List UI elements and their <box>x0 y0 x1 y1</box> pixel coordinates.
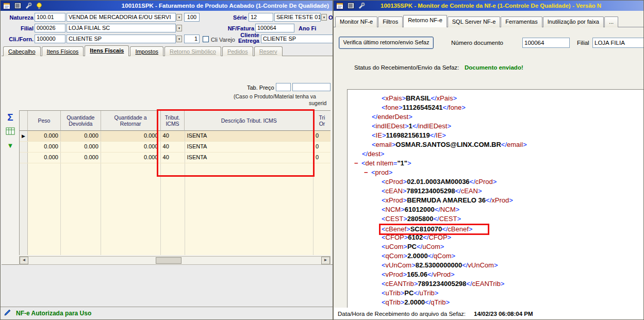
tab-itens-fisicos[interactable]: Itens Físicos <box>42 46 84 56</box>
titlebar-monitor[interactable]: 100135SPK - Monitor de Controle da Nf-e … <box>334 1 643 11</box>
cell-peso[interactable]: 0.000 <box>28 142 61 152</box>
scroll-right-button[interactable]: ► <box>321 257 330 264</box>
arrow-down-icon[interactable]: ▼ <box>7 142 14 149</box>
xml-line: <email>OSMAR.SANTOS@LINX.COM.BR</email> <box>348 140 644 149</box>
grid-row[interactable]: ▶ 0.000 0.000 0.000 40 ISENTA 0 <box>20 131 331 142</box>
cli-forn-code-field[interactable]: 100000 <box>35 35 65 43</box>
filial-lookup-button[interactable]: ▾ <box>176 25 182 31</box>
status-bar: NF-e Autorizada para Uso <box>1 307 333 319</box>
cell-tribut-icms[interactable]: 40 <box>161 142 185 152</box>
receipt-datetime-label: Data/Hora de Recebimento do arquivo da S… <box>338 311 466 317</box>
cell-qtd-devolvida[interactable]: 0.000 <box>61 153 101 163</box>
right-tab-bar: Monitor NF-e Filtros Retorno NF-e SQL Se… <box>335 14 643 27</box>
serie-code-field[interactable]: 12 <box>249 13 273 22</box>
xml-line: <xProd>BERMUDA AMARELO 36</xProd> <box>348 196 644 205</box>
row-indicator <box>20 153 28 163</box>
tab-retorno-nfe[interactable]: Retorno NF-e <box>403 15 447 27</box>
cell-qtd-retornar[interactable]: 0.000 <box>101 142 161 152</box>
cell-tribut-icms[interactable]: 40 <box>161 153 185 163</box>
tab-overflow[interactable]: ... <box>604 16 618 27</box>
tab-sql-server-nfe[interactable]: SQL Server NF-e <box>448 16 501 27</box>
tab-preco-field2[interactable] <box>292 83 331 91</box>
cell-tribut-origem[interactable]: 0 <box>313 131 331 141</box>
barcode-icon <box>346 2 355 10</box>
filial-field[interactable]: LOJA FILIA <box>592 38 644 48</box>
column-header-quantidade-devolvida[interactable]: QuantidadeDevolvida <box>61 111 101 131</box>
grid-row[interactable]: 0.000 0.000 0.000 40 ISENTA 0 <box>20 153 331 163</box>
scroll-left-button[interactable]: ◄ <box>20 257 28 264</box>
collapse-toggle-icon[interactable]: − <box>354 159 361 168</box>
nf-fatura-field[interactable]: 100064 <box>255 24 294 32</box>
cliente-entrega-label: Cliente Entrega <box>230 32 259 43</box>
cell-descricao[interactable]: ISENTA <box>185 153 314 163</box>
cell-qtd-devolvida[interactable]: 0.000 <box>61 131 101 141</box>
tab-preco-field1[interactable] <box>276 83 291 91</box>
ano-fiscal-label: Ano Fi <box>299 25 316 31</box>
receipt-datetime-value: 14/02/23 06:08:04 PM <box>474 311 533 317</box>
nf-fatura-label: NF/Fatura <box>222 25 254 31</box>
cell-tribut-origem[interactable]: 0 <box>313 153 331 163</box>
xml-line: <CFOP>6102</CFOP> <box>348 233 644 242</box>
cell-qtd-retornar[interactable]: 0.000 <box>101 153 161 163</box>
tab-pedidos: Pedidos <box>222 46 253 56</box>
scrollbar-thumb[interactable] <box>156 257 181 264</box>
wrench-icon <box>24 2 32 10</box>
export-grid-icon[interactable] <box>6 127 15 137</box>
xml-line: <cEAN>7891234005298</cEAN> <box>348 187 644 196</box>
cell-qtd-retornar[interactable]: 0.000 <box>101 131 161 141</box>
sum-icon[interactable]: Σ <box>7 112 13 122</box>
tab-ferramentas[interactable]: Ferramentas <box>501 16 542 27</box>
natureza-desc-field[interactable]: VENDA DE MERCADORIA E/OU SERVI <box>67 13 176 22</box>
column-header-tribut-icms[interactable]: Tribut.ICMS <box>161 111 185 131</box>
titlebar-faturamento[interactable]: 100101SPK - Faturamento de Produto Acaba… <box>1 1 333 11</box>
xml-line: <cEANTrib>7891234005298</cEANTrib> <box>348 279 644 289</box>
column-header-descricao-tribut-icms[interactable]: Descrição Tribut. ICMS <box>185 111 313 131</box>
xml-line: </enderDest> <box>348 112 644 122</box>
cell-peso[interactable]: 0.000 <box>28 153 61 163</box>
cell-qtd-devolvida[interactable]: 0.000 <box>61 142 101 152</box>
cli-forn-num-field[interactable]: 1 <box>184 35 200 43</box>
serie-desc-field[interactable]: SERIE TESTE 01.1 <box>274 13 321 22</box>
cli-varejo-checkbox[interactable] <box>203 36 209 42</box>
filial-desc-field[interactable]: LOJA FILIAL SC <box>67 24 176 32</box>
cli-forn-lookup-button[interactable]: ▾ <box>176 36 182 42</box>
tab-cabecalho[interactable]: Cabeçalho <box>3 46 41 56</box>
serie-lookup-button[interactable]: ▾ <box>321 14 327 21</box>
xml-line: <xPais>BRASIL</xPais> <box>348 94 644 103</box>
nfe-status-text: NF-e Autorizada para Uso <box>16 310 91 317</box>
natureza-lookup-button[interactable]: ▾ <box>176 14 182 21</box>
xml-line: −<prod> <box>348 168 644 177</box>
wrench-icon <box>357 2 366 10</box>
tab-itens-fiscais[interactable]: Itens Fiscais <box>85 45 129 56</box>
numero-documento-field[interactable]: 100064 <box>522 38 570 48</box>
cell-descricao[interactable]: ISENTA <box>185 131 314 141</box>
cli-forn-desc-field[interactable]: CLIENTE SP <box>67 35 176 43</box>
natureza-num-field[interactable]: 100 <box>184 13 200 22</box>
tab-inutilizacao-por-faixa[interactable]: Inutilização por faixa <box>543 16 604 27</box>
column-header-tribut-origem[interactable]: TriOr <box>313 111 331 131</box>
window-title: 100135SPK - Monitor de Controle da Nf-e … <box>381 3 601 9</box>
verify-sefaz-button[interactable]: Verifica último retorno/envio Sefaz <box>339 37 434 49</box>
cell-descricao[interactable]: ISENTA <box>185 142 314 152</box>
column-header-peso[interactable]: Peso <box>28 111 61 131</box>
cell-tribut-origem[interactable]: 0 <box>313 142 331 152</box>
tab-filtros[interactable]: Filtros <box>378 16 403 27</box>
tab-impostos[interactable]: Impostos <box>130 46 163 56</box>
screen: 100101SPK - Faturamento de Produto Acaba… <box>0 0 644 320</box>
natureza-code-field[interactable]: 100.01 <box>35 13 65 22</box>
collapse-toggle-icon[interactable]: − <box>364 168 371 177</box>
tab-monitor-nfe[interactable]: Monitor NF-e <box>335 16 377 27</box>
filial-code-field[interactable]: 000026 <box>35 24 65 32</box>
xml-line: <uCom>PC</uCom> <box>348 242 644 251</box>
price-hint-line2: sugerid <box>309 100 333 106</box>
grid-row[interactable]: 0.000 0.000 0.000 40 ISENTA 0 <box>20 142 331 153</box>
receipt-datetime-bar: Data/Hora de Recebimento do arquivo da S… <box>334 308 643 319</box>
xml-line: <vUnCom>82.5300000000</vUnCom> <box>348 261 644 270</box>
cliente-entrega-field[interactable]: CLIENTE SP <box>261 35 333 43</box>
xml-tree[interactable]: <xPais>BRASIL</xPais><fone>11126545241</… <box>347 89 644 308</box>
cell-tribut-icms[interactable]: 40 <box>161 131 185 141</box>
column-header-quantidade-retornar[interactable]: Quantidade aRetornar <box>101 111 161 131</box>
form-icon <box>3 2 11 10</box>
grid-horizontal-scrollbar[interactable]: ◄ ► <box>19 256 331 265</box>
cell-peso[interactable]: 0.000 <box>28 131 61 141</box>
